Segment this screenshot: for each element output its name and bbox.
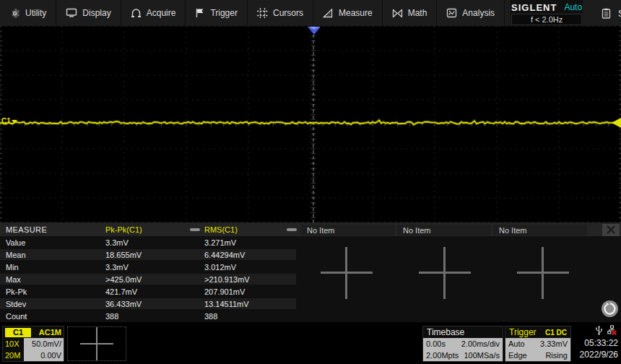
siglent-logo: SIGLENT [511,2,557,13]
measure-row-label: Count [0,312,105,321]
save-icon [602,8,611,19]
system-status-box: 05:33:22 2022/9/26 [573,326,620,362]
add-channel-button[interactable] [67,326,126,361]
menu-utility[interactable]: Utility [0,0,56,26]
timebase-memory-depth: 2.00Mpts [426,350,459,361]
menu-analysis[interactable]: Analysis [437,0,505,26]
menu-trigger-label: Trigger [210,8,238,18]
acquisition-mode-badge: Auto [564,2,582,12]
measure-row-label: Stdev [0,300,105,308]
menu-acquire[interactable]: Acquire [121,0,186,26]
measure-row-label: Value [0,238,105,247]
channel1-attenuation: 10X [3,338,24,350]
close-icon [607,225,615,234]
measure-value-pkpk: >425.0mV [105,275,204,284]
remove-measure-rms-button[interactable] [287,228,297,231]
system-time: 05:33:22 [573,337,620,349]
menu-acquire-label: Acquire [147,8,176,18]
menu-utility-label: Utility [25,8,46,18]
trigger-level-marker-icon[interactable] [612,118,621,128]
measure-value-pkpk: 36.433mV [105,300,204,308]
menu-measure[interactable]: Measure [313,0,383,26]
add-measurement-button-2[interactable] [419,247,471,299]
channel1-scale: 50.0mV/ [24,338,64,350]
trigger-position-marker-icon[interactable] [308,27,321,35]
menu-cursors[interactable]: Cursors [248,0,313,26]
math-icon [392,9,403,18]
measure-row-label: Mean [0,251,105,259]
add-measurement-button-1[interactable] [321,247,373,299]
timebase-sample-rate: 100MSa/s [464,350,500,361]
measure-column-empty-1[interactable]: No Item [301,225,395,235]
measurement-panel: MEASURE Pk-Pk(C1) RMS(C1) No Item No Ite… [0,222,621,322]
measure-value-pkpk: 421.7mV [105,287,204,296]
menu-measure-label: Measure [339,8,373,18]
measure-value-rms: 13.14511mV [204,300,301,308]
trigger-mode: Auto [508,338,525,350]
measure-value-pkpk: 18.655mV [105,251,204,259]
measure-value-rms: 207.901mV [204,287,301,296]
channel1-offset-marker[interactable]: C1 [1,117,17,125]
trigger-box[interactable]: Trigger C1 DC Auto 3.33mV Edge Rising [505,326,571,362]
measure-value-pkpk: 388 [105,312,204,321]
trigger-title: Trigger [509,327,537,337]
trigger-frequency-readout: f < 2.0Hz [511,14,582,25]
trigger-source: C1 DC [545,329,567,337]
reset-statistics-button[interactable] [602,300,618,317]
graticule-grid [0,26,621,222]
add-measurement-button-3[interactable] [517,247,569,299]
timebase-delay: 0.00s [426,338,446,350]
measure-row-stdev: Stdev36.433mV13.14511mV [0,298,621,310]
channel1-descriptor-box[interactable]: C1 AC1M 10X 50.0mV/ 20M 0.00V [2,326,64,362]
measure-row-label: Pk-Pk [0,287,105,296]
measure-column-pkpk[interactable]: Pk-Pk(C1) [105,222,204,236]
brand-status-block: SIGLENT Auto f < 2.0Hz [511,0,583,26]
gear-icon [9,8,20,19]
save-button[interactable]: SAVE [583,0,621,26]
menu-display-label: Display [82,8,110,18]
remove-measure-pkpk-button[interactable] [190,228,200,231]
measure-value-rms: 3.012mV [204,263,301,272]
system-date: 2022/9/26 [573,349,620,360]
flag-icon [195,8,205,18]
measure-value-rms: 6.44294mV [204,251,301,259]
channel1-coupling: AC1M [39,328,61,337]
bottom-status-bar: C1 AC1M 10X 50.0mV/ 20M 0.00V Timebase 0… [0,324,621,364]
channel1-badge: C1 [5,328,31,337]
measure-value-rms: 388 [204,312,301,321]
measure-value-rms: 3.271mV [204,238,301,247]
top-menu-bar: Utility Display Acquire Trigger Cursors … [0,0,621,26]
timebase-scale: 2.00ms/div [461,338,500,350]
measure-value-pkpk: 3.3mV [105,238,204,247]
measure-column-rms[interactable]: RMS(C1) [204,222,301,236]
measure-column-empty-2[interactable]: No Item [397,225,491,235]
lan-disconnected-icon [607,325,618,338]
timebase-box[interactable]: Timebase 0.00s 2.00ms/div 2.00Mpts 100MS… [422,326,503,362]
trigger-type: Edge [508,350,527,361]
channel1-bandwidth: 20M [3,350,24,361]
measure-row-count: Count388388 [0,310,621,322]
save-button-label: SAVE [618,8,621,19]
menu-math[interactable]: Math [383,0,438,26]
measure-column-empty-3[interactable]: No Item [493,225,587,235]
menu-math-label: Math [408,8,427,18]
measure-row-label: Min [0,263,105,272]
channel1-offset-arrow-icon [12,120,17,124]
menu-trigger[interactable]: Trigger [186,0,248,26]
menu-analysis-label: Analysis [462,8,495,18]
usb-icon [595,325,603,338]
refresh-icon [602,300,618,317]
close-measure-panel-button[interactable] [602,224,620,236]
display-icon [66,8,77,18]
trigger-level: 3.33mV [540,338,568,350]
channel1-offset: 0.00V [24,350,64,361]
measure-row-label: Max [0,275,105,284]
analysis-icon [446,8,457,18]
measure-panel-title: MEASURE [0,225,105,234]
trigger-slope: Rising [545,350,568,361]
menu-display[interactable]: Display [56,0,121,26]
menu-cursors-label: Cursors [273,8,303,18]
waveform-display: C1 [0,26,621,222]
measure-value-pkpk: 3.3mV [105,263,204,272]
acquire-icon [131,8,142,18]
